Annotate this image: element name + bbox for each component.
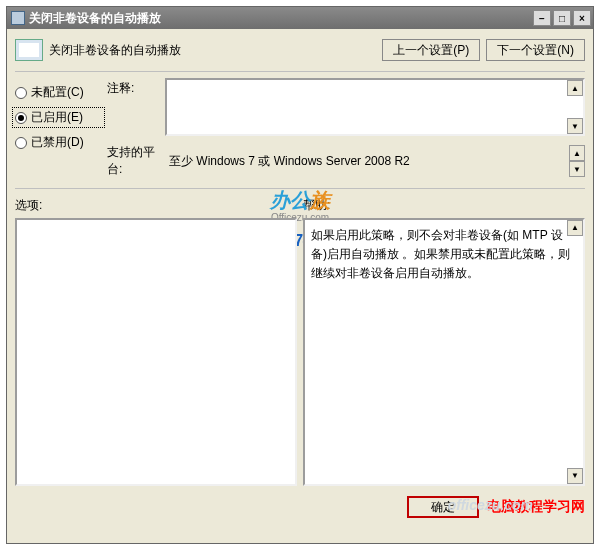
app-icon: [11, 11, 25, 25]
platform-value: 至少 Windows 7 或 Windows Server 2008 R2: [165, 150, 569, 173]
window-title: 关闭非卷设备的自动播放: [29, 10, 533, 27]
columns: 选项: 帮助: 如果启用此策略，则不会对非卷设备(如 MTP 设备)启用自动播放…: [15, 195, 585, 490]
radio-not-configured[interactable]: 未配置(C): [15, 84, 105, 101]
radio-label: 未配置(C): [31, 84, 84, 101]
ok-button[interactable]: 确定: [407, 496, 479, 518]
next-setting-button[interactable]: 下一个设置(N): [486, 39, 585, 61]
radio-label: 已禁用(D): [31, 134, 84, 151]
maximize-button[interactable]: □: [553, 10, 571, 26]
titlebar: 关闭非卷设备的自动播放 − □ ×: [7, 7, 593, 29]
scroll-down-icon[interactable]: ▼: [567, 118, 583, 134]
comment-row: 注释: ▲ ▼: [107, 78, 585, 136]
options-column: 选项:: [15, 195, 297, 486]
footer: 确定 电脑教程学习网: [15, 490, 585, 518]
window-controls: − □ ×: [533, 10, 591, 26]
scroll-up-icon[interactable]: ▲: [567, 80, 583, 96]
comment-textarea[interactable]: ▲ ▼: [165, 78, 585, 136]
policy-title: 关闭非卷设备的自动播放: [49, 42, 376, 59]
scroll-up-icon[interactable]: ▲: [569, 145, 585, 161]
radio-disabled[interactable]: 已禁用(D): [15, 134, 105, 151]
radio-group: 未配置(C) 已启用(E) 已禁用(D): [15, 72, 105, 157]
header-row: 关闭非卷设备的自动播放 上一个设置(P) 下一个设置(N): [15, 33, 585, 72]
help-panel[interactable]: 如果启用此策略，则不会对非卷设备(如 MTP 设备)启用自动播放 。如果禁用或未…: [303, 218, 585, 486]
policy-icon: [15, 39, 43, 61]
radio-enabled[interactable]: 已启用(E): [12, 107, 105, 128]
options-label: 选项:: [15, 195, 297, 218]
platform-label: 支持的平台:: [107, 144, 165, 178]
dialog-window: 关闭非卷设备的自动播放 − □ × 关闭非卷设备的自动播放 上一个设置(P) 下…: [6, 6, 594, 544]
radio-icon: [15, 87, 27, 99]
radio-icon: [15, 112, 27, 124]
radio-icon: [15, 137, 27, 149]
comment-label: 注释:: [107, 78, 165, 136]
close-button[interactable]: ×: [573, 10, 591, 26]
help-label: 帮助:: [303, 195, 585, 218]
divider: [15, 188, 585, 189]
platform-row: 支持的平台: 至少 Windows 7 或 Windows Server 200…: [107, 144, 585, 178]
scroll-down-icon[interactable]: ▼: [567, 468, 583, 484]
help-column: 帮助: 如果启用此策略，则不会对非卷设备(如 MTP 设备)启用自动播放 。如果…: [303, 195, 585, 486]
minimize-button[interactable]: −: [533, 10, 551, 26]
options-panel[interactable]: [15, 218, 297, 486]
radio-label: 已启用(E): [31, 109, 83, 126]
dialog-content: 关闭非卷设备的自动播放 上一个设置(P) 下一个设置(N) 未配置(C) 已启用…: [7, 29, 593, 526]
right-column: 注释: ▲ ▼ 支持的平台: 至少 Windows 7 或 Windows Se…: [107, 72, 585, 178]
footer-link[interactable]: 电脑教程学习网: [487, 498, 585, 516]
scroll-up-icon[interactable]: ▲: [567, 220, 583, 236]
previous-setting-button[interactable]: 上一个设置(P): [382, 39, 480, 61]
scroll-down-icon[interactable]: ▼: [569, 161, 585, 177]
